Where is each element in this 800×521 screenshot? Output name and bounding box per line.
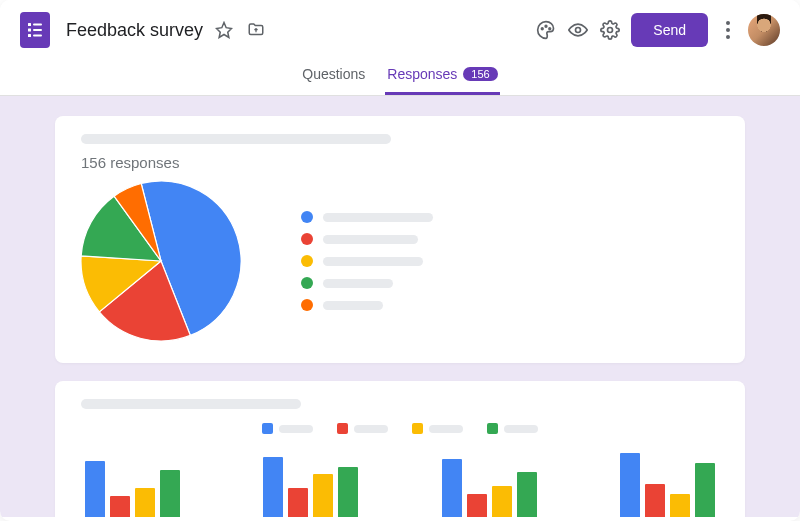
legend-label-placeholder [323, 235, 418, 244]
svg-point-6 [542, 28, 544, 30]
svg-point-10 [608, 28, 613, 33]
legend-item [301, 255, 433, 267]
legend-label-placeholder [323, 279, 393, 288]
pie-chart [81, 181, 241, 341]
svg-rect-1 [33, 24, 42, 26]
legend-label-placeholder [504, 425, 538, 433]
document-title[interactable]: Feedback survey [66, 20, 203, 41]
bar [160, 470, 180, 517]
forms-logo-icon[interactable] [20, 12, 50, 48]
tab-label: Responses [387, 66, 457, 82]
bar [492, 486, 512, 517]
legend-square-icon [487, 423, 498, 434]
svg-rect-0 [28, 23, 31, 26]
svg-rect-4 [28, 34, 31, 37]
legend-dot-icon [301, 299, 313, 311]
bar-group [620, 453, 715, 517]
svg-rect-2 [28, 29, 31, 32]
svg-point-7 [545, 25, 547, 27]
tab-questions[interactable]: Questions [300, 60, 367, 95]
bar [467, 494, 487, 517]
legend-item [301, 299, 433, 311]
svg-point-8 [549, 28, 551, 30]
svg-rect-3 [33, 29, 42, 31]
legend-dot-icon [301, 233, 313, 245]
bar-group [263, 457, 358, 517]
settings-gear-icon[interactable] [599, 19, 621, 41]
legend-square-icon [412, 423, 423, 434]
legend-dot-icon [301, 277, 313, 289]
question-title-placeholder [81, 134, 391, 144]
tab-responses[interactable]: Responses 156 [385, 60, 499, 95]
legend-dot-icon [301, 255, 313, 267]
legend-dot-icon [301, 211, 313, 223]
legend-label-placeholder [354, 425, 388, 433]
bar-legend [81, 423, 719, 434]
bar [338, 467, 358, 518]
bar [620, 453, 640, 517]
legend-item [337, 423, 388, 434]
bar-chart [81, 446, 719, 517]
responses-count-badge: 156 [463, 67, 497, 81]
pie-legend [301, 211, 433, 311]
legend-item [262, 423, 313, 434]
legend-label-placeholder [323, 301, 383, 310]
bar [135, 488, 155, 517]
more-options-icon[interactable] [718, 21, 738, 39]
legend-item [301, 211, 433, 223]
bar [442, 459, 462, 517]
star-icon[interactable] [213, 19, 235, 41]
bar [645, 484, 665, 517]
bar [288, 488, 308, 517]
svg-point-9 [576, 28, 581, 33]
move-folder-icon[interactable] [245, 19, 267, 41]
question-title-placeholder [81, 399, 301, 409]
legend-item [412, 423, 463, 434]
legend-item [301, 233, 433, 245]
svg-rect-5 [33, 35, 42, 37]
summary-card-pie: 156 responses [55, 116, 745, 363]
legend-item [487, 423, 538, 434]
bar [85, 461, 105, 517]
account-avatar[interactable] [748, 14, 780, 46]
bar [313, 474, 333, 517]
preview-eye-icon[interactable] [567, 19, 589, 41]
legend-label-placeholder [323, 257, 423, 266]
legend-square-icon [337, 423, 348, 434]
bar [263, 457, 283, 517]
app-header: Feedback survey Send [0, 0, 800, 52]
bar [670, 494, 690, 517]
legend-item [301, 277, 433, 289]
legend-square-icon [262, 423, 273, 434]
main-tabs: Questions Responses 156 [0, 52, 800, 96]
bar [517, 472, 537, 517]
legend-label-placeholder [429, 425, 463, 433]
tab-label: Questions [302, 66, 365, 82]
responses-count-label: 156 responses [81, 154, 719, 171]
responses-body: 156 responses [0, 96, 800, 517]
legend-label-placeholder [279, 425, 313, 433]
palette-icon[interactable] [535, 19, 557, 41]
legend-label-placeholder [323, 213, 433, 222]
bar-group [85, 461, 180, 517]
summary-card-bar [55, 381, 745, 517]
send-button[interactable]: Send [631, 13, 708, 47]
bar-group [442, 459, 537, 517]
bar [695, 463, 715, 517]
bar [110, 496, 130, 517]
